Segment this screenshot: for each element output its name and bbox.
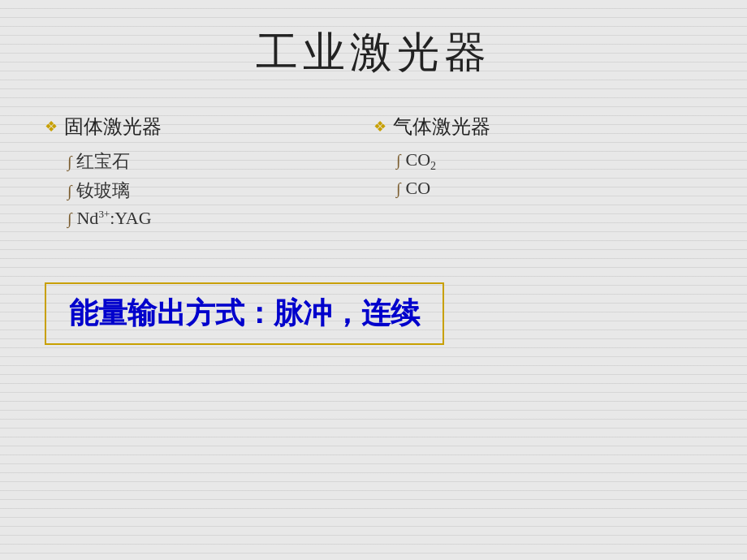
slide: 工业激光器 ❖ 固体激光器 ∫ 红宝石 ∫ 钕玻璃 ∫ Nd3+:YAG xyxy=(0,0,747,560)
item-nd-glass: 钕玻璃 xyxy=(76,179,130,203)
curl-bullet-3: ∫ xyxy=(67,209,71,228)
curl-bullet-5: ∫ xyxy=(396,179,400,198)
left-diamond-bullet: ❖ xyxy=(45,118,58,136)
left-sub-items: ∫ 红宝石 ∫ 钕玻璃 ∫ Nd3+:YAG xyxy=(45,149,374,229)
item-co2: CO2 xyxy=(405,149,436,173)
item-co: CO xyxy=(405,178,430,199)
right-diamond-bullet: ❖ xyxy=(374,118,386,136)
item-ruby: 红宝石 xyxy=(76,149,130,174)
right-sub-items: ∫ CO2 ∫ CO xyxy=(374,149,702,199)
banner-text: 能量输出方式：脉冲，连续 xyxy=(69,296,420,330)
list-item: ∫ Nd3+:YAG xyxy=(67,208,374,229)
curl-bullet-2: ∫ xyxy=(67,182,71,200)
right-column-title: 气体激光器 xyxy=(393,114,490,140)
bottom-banner: 能量输出方式：脉冲，连续 xyxy=(45,282,444,345)
right-section-header: ❖ 气体激光器 xyxy=(374,114,702,140)
content-area: ❖ 固体激光器 ∫ 红宝石 ∫ 钕玻璃 ∫ Nd3+:YAG xyxy=(45,114,702,234)
left-section-header: ❖ 固体激光器 xyxy=(45,114,374,140)
right-column: ❖ 气体激光器 ∫ CO2 ∫ CO xyxy=(374,114,702,234)
list-item: ∫ 钕玻璃 xyxy=(67,179,374,203)
slide-title: 工业激光器 xyxy=(45,24,702,81)
item-nd-yag: Nd3+:YAG xyxy=(76,208,151,229)
list-item: ∫ CO2 xyxy=(396,149,702,173)
curl-bullet-1: ∫ xyxy=(67,153,71,171)
list-item: ∫ CO xyxy=(396,178,702,199)
left-column: ❖ 固体激光器 ∫ 红宝石 ∫ 钕玻璃 ∫ Nd3+:YAG xyxy=(45,114,374,234)
list-item: ∫ 红宝石 xyxy=(67,149,374,174)
curl-bullet-4: ∫ xyxy=(396,151,400,170)
left-column-title: 固体激光器 xyxy=(64,114,162,140)
